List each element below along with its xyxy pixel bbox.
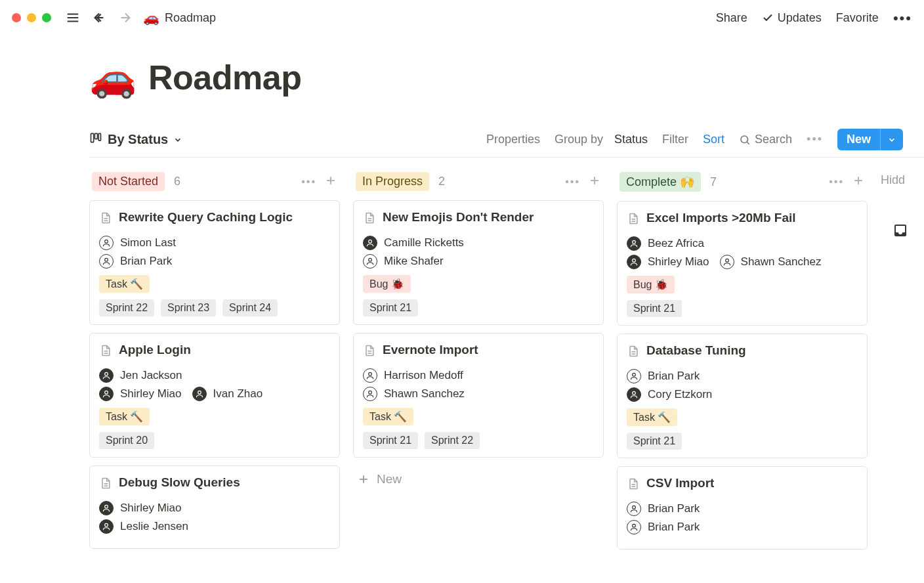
column-count: 2: [438, 175, 445, 188]
svg-point-42: [633, 240, 636, 244]
avatar-icon: [627, 502, 641, 516]
inbox-icon[interactable]: [881, 223, 920, 238]
chevron-down-icon: [173, 135, 182, 144]
person: Brian Park: [99, 254, 172, 269]
page-icon: [99, 344, 112, 360]
column-more-icon[interactable]: •••: [301, 176, 316, 188]
chevron-down-icon: [887, 135, 896, 144]
type-tags: Task 🔨: [363, 408, 594, 425]
avatar-icon: [627, 387, 641, 402]
people-row: Harrison Medoff: [363, 368, 594, 383]
column-add-icon[interactable]: [324, 174, 337, 190]
sprint-tag: Sprint 21: [627, 300, 682, 317]
traffic-minimize[interactable]: [27, 13, 36, 22]
person-name: Jen Jackson: [120, 369, 182, 382]
person: Mike Shafer: [363, 254, 444, 269]
person: Shawn Sanchez: [720, 255, 822, 269]
updates-button[interactable]: Updates: [762, 11, 822, 25]
new-dropdown-icon[interactable]: [880, 129, 903, 150]
sprint-tag: Sprint 24: [222, 299, 278, 316]
search-button[interactable]: Search: [739, 133, 792, 146]
person-name: Cory Etzkorn: [648, 388, 712, 401]
card[interactable]: New Emojis Don't Render Camille Ricketts…: [353, 200, 604, 325]
forward-icon[interactable]: [117, 9, 134, 26]
svg-point-34: [369, 372, 372, 376]
card[interactable]: Evernote Import Harrison Medoff Shawn Sa…: [353, 333, 604, 458]
card[interactable]: Excel Imports >20Mb Fail Beez Africa Shi…: [617, 201, 868, 326]
people: Brian Park Brian Park: [627, 502, 858, 534]
card[interactable]: Rewrite Query Caching Logic Simon Last B…: [89, 200, 340, 325]
people-row: Simon Last: [99, 236, 330, 250]
hamburger-icon[interactable]: [64, 9, 81, 26]
new-card-button[interactable]: New: [353, 465, 604, 493]
type-tag: Task 🔨: [627, 408, 677, 426]
properties-button[interactable]: Properties: [486, 133, 540, 146]
traffic-close[interactable]: [12, 13, 21, 22]
person-name: Brian Park: [648, 370, 700, 383]
group-by-button[interactable]: Group by Status: [555, 133, 648, 146]
more-icon[interactable]: •••: [893, 14, 912, 22]
status-pill[interactable]: Not Started: [92, 172, 165, 191]
card-title: Excel Imports >20Mb Fail: [646, 211, 796, 225]
person-name: Beez Africa: [648, 237, 704, 250]
filter-button[interactable]: Filter: [662, 133, 688, 146]
page-emoji[interactable]: 🚗: [89, 55, 136, 100]
page-title[interactable]: Roadmap: [148, 58, 301, 97]
type-tag: Bug 🐞: [627, 276, 675, 293]
column-count: 6: [174, 175, 180, 188]
person-name: Shirley Miao: [120, 387, 182, 400]
type-tags: Bug 🐞: [363, 275, 594, 293]
sprint-tag: Sprint 22: [99, 299, 154, 316]
page-icon: [99, 211, 112, 228]
svg-point-51: [633, 506, 636, 509]
favorite-button[interactable]: Favorite: [836, 11, 879, 25]
svg-point-20: [105, 391, 108, 394]
toolbar-more-icon[interactable]: •••: [807, 133, 823, 146]
new-button[interactable]: New: [837, 129, 903, 150]
person: Brian Park: [627, 520, 700, 534]
person-name: Shirley Miao: [648, 255, 709, 269]
breadcrumb[interactable]: 🚗 Roadmap: [143, 10, 216, 26]
svg-rect-7: [94, 133, 97, 139]
person: Cory Etzkorn: [627, 387, 712, 402]
person-name: Camille Ricketts: [384, 236, 464, 249]
card[interactable]: Debug Slow Queries Shirley Miao Leslie J…: [89, 465, 340, 549]
status-pill[interactable]: In Progress: [356, 172, 429, 191]
card[interactable]: CSV Import Brian Park Brian Park: [617, 466, 868, 550]
avatar-icon: [363, 236, 377, 250]
svg-rect-6: [91, 133, 94, 142]
back-icon[interactable]: [91, 9, 108, 26]
card[interactable]: Apple Login Jen Jackson Shirley Miao Iva…: [89, 333, 340, 458]
column-more-icon[interactable]: •••: [565, 176, 580, 188]
type-tags: Bug 🐞: [627, 276, 858, 293]
avatar-icon: [192, 387, 207, 401]
svg-point-24: [105, 505, 108, 508]
people-row: Leslie Jensen: [99, 519, 330, 534]
column-more-icon[interactable]: •••: [829, 176, 844, 188]
sprint-tag: Sprint 21: [627, 433, 682, 450]
hidden-label[interactable]: Hidd: [881, 173, 920, 187]
sort-button[interactable]: Sort: [703, 133, 724, 146]
board-column: Not Started 6 ••• Rewrite Query Caching …: [89, 172, 340, 550]
card-title: Rewrite Query Caching Logic: [119, 210, 293, 225]
sprint-tag: Sprint 23: [161, 299, 216, 316]
column-add-icon[interactable]: [588, 174, 601, 190]
controls-right: Properties Group by Status Filter Sort S…: [486, 129, 903, 150]
traffic-zoom[interactable]: [42, 13, 51, 22]
board-column: Complete 🙌 7 ••• Excel Imports >20Mb Fai…: [617, 172, 868, 550]
people-row: Camille Ricketts: [363, 236, 594, 250]
share-button[interactable]: Share: [716, 11, 747, 25]
person-name: Ivan Zhao: [213, 387, 263, 400]
view-switcher[interactable]: By Status: [89, 131, 182, 148]
type-tag: Task 🔨: [99, 408, 150, 425]
page-icon: [627, 345, 640, 361]
avatar-icon: [99, 236, 114, 250]
people: Shirley Miao Leslie Jensen: [99, 501, 330, 534]
svg-point-15: [105, 240, 108, 243]
card[interactable]: Database Tuning Brian Park Cory Etzkorn …: [617, 334, 868, 458]
person-name: Shirley Miao: [120, 502, 182, 515]
column-add-icon[interactable]: [852, 174, 865, 190]
card-title: Apple Login: [119, 343, 191, 357]
status-pill[interactable]: Complete 🙌: [620, 172, 701, 192]
svg-point-35: [369, 391, 372, 394]
